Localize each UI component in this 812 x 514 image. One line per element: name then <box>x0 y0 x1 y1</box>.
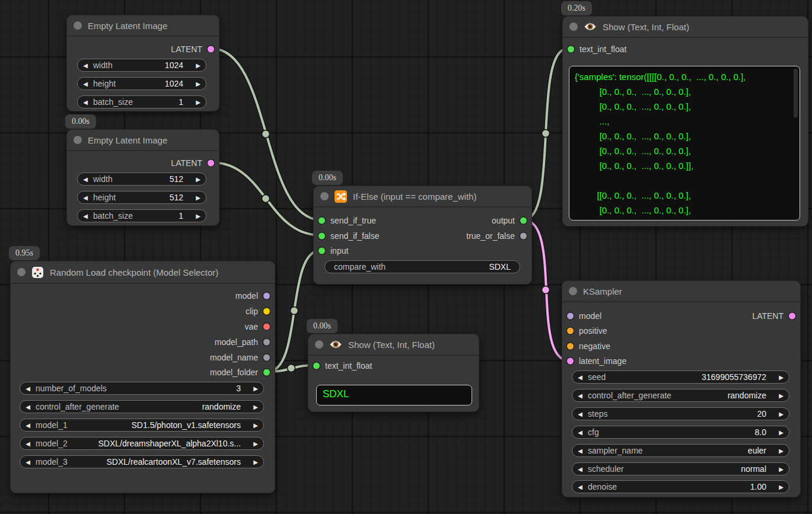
widget-model-3[interactable]: ◀ model_3 SDXL/realcartoonXL_v7.safetens… <box>20 455 264 468</box>
latent-slot-dot[interactable] <box>789 313 795 320</box>
widget-batch-size[interactable]: ◀ batch_size 1 ▶ <box>77 95 206 108</box>
node-header[interactable]: Empty Latent Image <box>67 130 219 151</box>
collapse-dot[interactable] <box>74 136 82 144</box>
node-empty-latent-image-1[interactable]: Empty Latent Image LATENT ◀ width 1024 ▶… <box>66 15 219 111</box>
decrement-arrow-icon[interactable]: ◀ <box>78 194 93 201</box>
widget-compare-with[interactable]: compare_with SDXL <box>324 260 520 273</box>
string-slot-dot[interactable] <box>263 369 270 376</box>
output-slot-model-folder[interactable]: model_folder <box>210 366 275 379</box>
increment-arrow-icon[interactable]: ▶ <box>190 213 206 219</box>
output-slot-true-or-false[interactable]: true_or_false <box>466 229 531 242</box>
decrement-arrow-icon[interactable]: ◀ <box>20 440 36 447</box>
input-slot-dot[interactable] <box>568 46 574 53</box>
widget-cfg[interactable]: ◀ cfg 8.0 ▶ <box>572 426 789 439</box>
decrement-arrow-icon[interactable]: ◀ <box>78 99 93 106</box>
link-midpoint-dot[interactable] <box>288 365 295 372</box>
show-text-display[interactable]: SDXL <box>316 385 472 406</box>
input-slot-dot[interactable] <box>319 233 325 240</box>
increment-arrow-icon[interactable]: ▶ <box>248 440 263 447</box>
widget-height[interactable]: ◀ height 512 ▶ <box>77 191 206 204</box>
model-slot-dot[interactable] <box>263 293 270 299</box>
increment-arrow-icon[interactable]: ▶ <box>248 459 263 465</box>
decrement-arrow-icon[interactable]: ◀ <box>572 448 588 454</box>
scrollbar-thumb[interactable] <box>794 69 798 117</box>
output-slot-model[interactable]: model <box>235 289 275 302</box>
widget-model-2[interactable]: ◀ model_2 SDXL/dreamshaperXL_alpha2Xl10.… <box>20 437 264 450</box>
increment-arrow-icon[interactable]: ▶ <box>773 392 789 399</box>
collapse-dot[interactable] <box>320 192 329 200</box>
increment-arrow-icon[interactable]: ▶ <box>773 484 789 490</box>
collapse-dot[interactable] <box>569 287 577 295</box>
input-slot-text-int-float[interactable]: text_int_float <box>308 359 372 372</box>
node-if-else[interactable]: 0.00s If-Else (input == compare_with) se… <box>313 186 532 285</box>
decrement-arrow-icon[interactable]: ◀ <box>572 392 588 399</box>
collapse-dot[interactable] <box>315 340 323 349</box>
node-ksampler[interactable]: KSampler model positive negative latent_… <box>562 280 801 497</box>
input-slot-negative[interactable]: negative <box>562 340 610 353</box>
decrement-arrow-icon[interactable]: ◀ <box>78 81 93 87</box>
increment-arrow-icon[interactable]: ▶ <box>190 99 206 106</box>
widget-width[interactable]: ◀ width 1024 ▶ <box>77 59 206 72</box>
link-midpoint-dot[interactable] <box>542 130 550 138</box>
node-graph-canvas[interactable]: Empty Latent Image LATENT ◀ width 1024 ▶… <box>0 0 812 514</box>
node-random-load-checkpoint[interactable]: 0.95s Random Load checkpoint (Model Sele… <box>10 261 275 493</box>
collapse-dot[interactable] <box>569 23 578 31</box>
node-header[interactable]: Show (Text, Int, Float) <box>308 334 479 356</box>
link-midpoint-dot[interactable] <box>262 195 270 203</box>
input-slot-dot[interactable] <box>319 248 325 254</box>
widget-scheduler[interactable]: ◀ scheduler normal ▶ <box>572 462 789 475</box>
input-slot-positive[interactable]: positive <box>562 324 607 337</box>
widget-batch-size[interactable]: ◀ batch_size 1 ▶ <box>77 209 206 222</box>
decrement-arrow-icon[interactable]: ◀ <box>20 385 36 392</box>
widget-model-1[interactable]: ◀ model_1 SD1.5/photon_v1.safetensors ▶ <box>20 419 264 432</box>
output-slot-model-path[interactable]: model_path <box>215 336 275 349</box>
string-slot-dot[interactable] <box>263 355 270 361</box>
input-slot-text-int-float[interactable]: text_int_float <box>563 43 626 56</box>
decrement-arrow-icon[interactable]: ◀ <box>572 429 588 436</box>
increment-arrow-icon[interactable]: ▶ <box>248 385 263 392</box>
node-show-text-small[interactable]: 0.00s Show (Text, Int, Float) text_int_f… <box>308 334 479 412</box>
node-header[interactable]: Empty Latent Image <box>67 15 219 37</box>
output-slot-latent[interactable]: LATENT <box>171 43 219 56</box>
input-slot-send-if-false[interactable]: send_if_false <box>314 229 380 242</box>
node-header[interactable]: KSampler <box>562 281 800 302</box>
conditioning-slot-dot[interactable] <box>567 328 574 334</box>
input-slot-latent-image[interactable]: latent_image <box>562 355 626 368</box>
node-show-text-large[interactable]: 0.20s Show (Text, Int, Float) text_int_f… <box>562 16 808 226</box>
output-slot-output[interactable]: output <box>492 214 531 227</box>
widget-control-after-generate[interactable]: ◀ control_after_generate randomize ▶ <box>572 389 789 402</box>
input-slot-send-if-true[interactable]: send_if_true <box>314 214 376 227</box>
decrement-arrow-icon[interactable]: ◀ <box>20 459 36 465</box>
decrement-arrow-icon[interactable]: ◀ <box>20 404 36 410</box>
collapse-dot[interactable] <box>17 268 26 276</box>
increment-arrow-icon[interactable]: ▶ <box>190 81 206 87</box>
widget-control-after-generate[interactable]: ◀ control_after_generate randomize ▶ <box>20 400 264 413</box>
link-midpoint-dot[interactable] <box>542 286 550 294</box>
node-empty-latent-image-2[interactable]: 0.00s Empty Latent Image LATENT ◀ width … <box>66 129 219 226</box>
string-slot-dot[interactable] <box>263 339 270 346</box>
increment-arrow-icon[interactable]: ▶ <box>773 448 789 454</box>
widget-width[interactable]: ◀ width 512 ▶ <box>77 173 206 186</box>
widget-number-of-models[interactable]: ◀ number_of_models 3 ▶ <box>20 382 264 395</box>
input-slot-dot[interactable] <box>313 363 320 369</box>
output-slot-latent[interactable]: LATENT <box>752 309 800 323</box>
decrement-arrow-icon[interactable]: ◀ <box>78 213 93 219</box>
latent-slot-dot[interactable] <box>208 46 214 53</box>
clip-slot-dot[interactable] <box>263 308 270 315</box>
collapse-dot[interactable] <box>74 21 82 30</box>
decrement-arrow-icon[interactable]: ◀ <box>78 176 93 183</box>
increment-arrow-icon[interactable]: ▶ <box>773 466 789 473</box>
increment-arrow-icon[interactable]: ▶ <box>248 404 263 410</box>
node-header[interactable]: If-Else (input == compare_with) <box>314 186 531 207</box>
increment-arrow-icon[interactable]: ▶ <box>190 62 206 69</box>
show-text-display[interactable]: {'samples': tensor([[[[0., 0., 0., ..., … <box>569 66 800 221</box>
conditioning-slot-dot[interactable] <box>567 343 574 350</box>
increment-arrow-icon[interactable]: ▶ <box>248 422 263 429</box>
link-midpoint-dot[interactable] <box>291 307 298 315</box>
output-slot-clip[interactable]: clip <box>246 305 275 318</box>
link-midpoint-dot[interactable] <box>262 130 270 138</box>
latent-slot-dot[interactable] <box>208 160 214 167</box>
increment-arrow-icon[interactable]: ▶ <box>190 194 206 201</box>
widget-steps[interactable]: ◀ steps 20 ▶ <box>572 407 789 420</box>
output-slot-dot[interactable] <box>520 233 527 240</box>
